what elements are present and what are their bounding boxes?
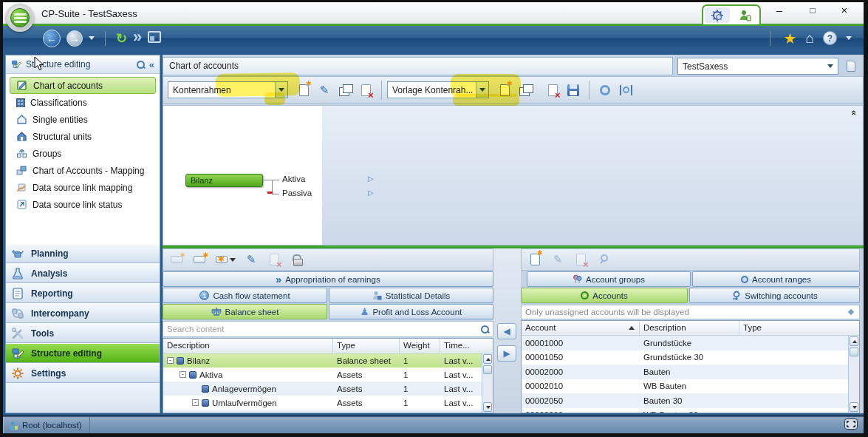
sidebar-item-dsl-status[interactable]: Data source link status: [7, 196, 158, 213]
tab-switching-accounts[interactable]: Switching accounts: [689, 288, 860, 303]
copy-chart-button[interactable]: [335, 81, 355, 100]
history-dropdown-icon[interactable]: [89, 36, 95, 40]
help-icon[interactable]: ?: [823, 31, 837, 45]
scroll-thumb[interactable]: [850, 348, 858, 356]
forward-button[interactable]: →: [66, 30, 83, 47]
tab-statistical-details[interactable]: Statistical Details: [329, 288, 493, 303]
edit-node-button[interactable]: ✎: [242, 250, 261, 269]
edit-account-button[interactable]: ✎: [548, 250, 567, 269]
save-button[interactable]: [564, 81, 583, 100]
tree-expander[interactable]: [192, 399, 199, 406]
consolidation-icon[interactable]: [705, 7, 730, 23]
table-row[interactable]: Aktiva Assets 1 Last v...: [163, 367, 493, 382]
zoom-normal-button[interactable]: [595, 81, 615, 100]
tree-expander[interactable]: [180, 371, 186, 378]
tab-accounts[interactable]: Accounts: [521, 288, 688, 303]
sidebar-item-coa-mapping[interactable]: Chart of Accounts - Mapping: [7, 162, 158, 179]
table-row[interactable]: Vorräte Assets 1 Last v...: [163, 410, 493, 413]
copy-template-button[interactable]: [516, 81, 535, 100]
search-content-input[interactable]: Search content: [163, 321, 493, 337]
add-node-button[interactable]: [190, 250, 209, 269]
assign-left-button[interactable]: ◀: [497, 323, 516, 339]
column-time[interactable]: Time...: [440, 339, 483, 353]
scroll-thumb[interactable]: [483, 365, 492, 374]
delete-template-button[interactable]: [543, 81, 562, 100]
table-row[interactable]: 00002010 WB Bauten: [522, 379, 859, 394]
minimize-button[interactable]: –: [767, 3, 792, 19]
sidebar-item-single-entities[interactable]: Single entities: [7, 111, 158, 128]
restore-layout-button[interactable]: [844, 419, 858, 433]
table-row[interactable]: 00001050 Grundstücke 30: [522, 350, 859, 365]
filter-diamond-icon[interactable]: [848, 309, 854, 315]
sidebar-section-reporting[interactable]: Reporting: [6, 283, 160, 303]
scroll-down-button[interactable]: [850, 402, 858, 412]
favorites-star-icon[interactable]: ★: [784, 30, 797, 47]
chart-of-accounts-combobox[interactable]: Kontenrahmen: [168, 81, 288, 98]
sidebar-item-groups[interactable]: Groups: [7, 145, 158, 162]
lock-button[interactable]: [287, 250, 307, 269]
user-session-icon[interactable]: [733, 7, 758, 23]
tab-account-ranges[interactable]: Account ranges: [692, 271, 860, 287]
sidebar-section-analysis[interactable]: Analysis: [6, 263, 160, 283]
sidebar-item-dsl-mapping[interactable]: Data source link mapping: [7, 179, 158, 196]
sidebar-section-planning[interactable]: Planning: [6, 243, 160, 263]
tab-balance-sheet[interactable]: Balance sheet: [163, 304, 327, 319]
sidebar-section-tools[interactable]: Tools: [6, 323, 160, 343]
column-account[interactable]: Account: [522, 321, 640, 335]
table-row[interactable]: Anlagevermögen Assets 1 Last v...: [163, 382, 493, 396]
fast-forward-button[interactable]: »: [133, 30, 142, 44]
table-row[interactable]: Bilanz Balance sheet 1 Last v...: [163, 353, 493, 367]
scroll-down-button[interactable]: [483, 402, 492, 412]
vertical-scrollbar[interactable]: [848, 336, 859, 413]
help-dropdown-icon[interactable]: [846, 36, 852, 40]
table-row[interactable]: 00002060 WB Bauten 30: [522, 408, 859, 413]
sidebar-section-settings[interactable]: Settings: [6, 363, 160, 383]
column-weight[interactable]: Weight: [400, 339, 440, 353]
expand-right-icon[interactable]: ▷: [368, 189, 374, 197]
column-type[interactable]: Type: [333, 339, 400, 353]
add-special-button[interactable]: [213, 250, 238, 269]
collapse-sidebar-icon[interactable]: «: [149, 59, 154, 70]
sidebar-section-structure-editing[interactable]: Structure editing: [6, 343, 160, 363]
expand-right-icon[interactable]: ▷: [368, 175, 374, 183]
new-chart-button[interactable]: [294, 81, 313, 100]
maximize-button[interactable]: □: [800, 3, 825, 19]
close-button[interactable]: ×: [832, 3, 857, 19]
unassigned-filter-bar[interactable]: Only unassigned accounts will be display…: [521, 305, 860, 319]
column-description[interactable]: Description: [163, 339, 333, 353]
vertical-scrollbar[interactable]: [482, 353, 493, 413]
delete-chart-button[interactable]: [356, 81, 375, 100]
sidebar-item-structural-units[interactable]: Structural units: [7, 128, 158, 145]
tree-node-passiva[interactable]: Passiva: [282, 189, 312, 197]
delete-account-button[interactable]: [571, 250, 590, 269]
tab-cash-flow-statement[interactable]: 1 Cash flow statement: [163, 288, 327, 303]
home-icon[interactable]: ⌂: [806, 30, 814, 47]
sidebar-item-chart-of-accounts[interactable]: Chart of accounts: [10, 77, 156, 94]
link-account-button[interactable]: [594, 250, 613, 269]
tree-expander[interactable]: [167, 357, 174, 364]
sidebar-item-classifications[interactable]: Classifications: [7, 94, 158, 111]
delete-node-button[interactable]: [264, 250, 284, 269]
sidebar-section-intercompany[interactable]: Intercompany: [6, 303, 160, 323]
scroll-up-button[interactable]: [850, 336, 858, 346]
tab-appropriation-of-earnings[interactable]: » Appropriation of earnings: [163, 271, 493, 287]
tab-profit-and-loss[interactable]: ♟ Profit and Loss Account: [329, 304, 493, 319]
column-type[interactable]: Type: [739, 321, 849, 335]
panel-toggle-button[interactable]: [843, 58, 859, 75]
search-icon[interactable]: [136, 60, 145, 69]
table-row[interactable]: Umlaufvermögen Assets 1 Last v...: [163, 396, 493, 410]
table-row[interactable]: 00002050 Bauten 30: [522, 393, 859, 408]
new-account-button[interactable]: [525, 250, 544, 269]
fit-view-button[interactable]: [616, 81, 635, 100]
assign-right-button[interactable]: ▶: [497, 345, 516, 362]
scenario-combobox[interactable]: TestSaxess: [677, 58, 838, 75]
template-combobox[interactable]: Vorlage Kontenrah...: [387, 81, 489, 98]
report-window-button[interactable]: [148, 31, 161, 46]
search-icon[interactable]: [480, 325, 489, 333]
scroll-up-button[interactable]: [483, 354, 492, 364]
edit-chart-button[interactable]: ✎: [315, 81, 334, 100]
new-template-button[interactable]: [495, 81, 514, 100]
back-button[interactable]: ←: [43, 30, 61, 47]
tree-node-aktiva[interactable]: Aktiva: [282, 175, 305, 183]
table-row[interactable]: 00001000 Grundstücke: [522, 336, 859, 350]
